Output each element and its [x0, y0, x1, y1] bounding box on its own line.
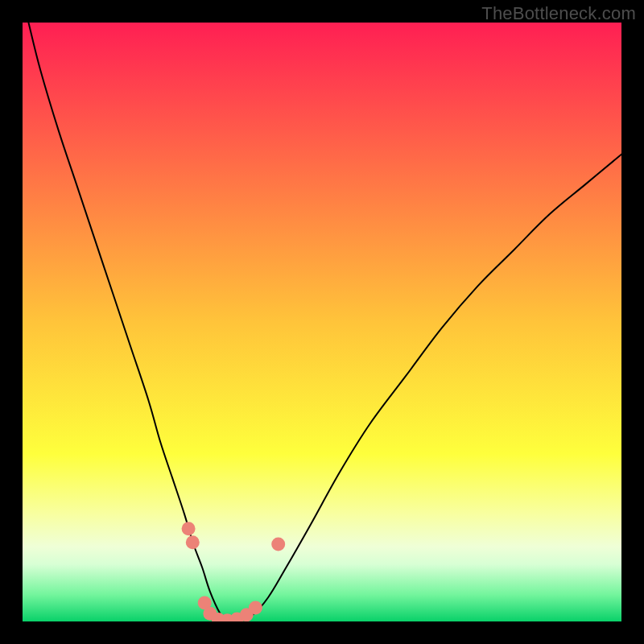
- plot-area: [23, 23, 621, 621]
- marker-point: [186, 535, 200, 549]
- chart-frame: TheBottleneck.com: [0, 0, 644, 644]
- watermark-text: TheBottleneck.com: [481, 3, 636, 24]
- chart-background: [23, 23, 621, 621]
- marker-point: [182, 522, 196, 535]
- marker-point: [271, 538, 285, 551]
- marker-point: [249, 601, 262, 614]
- bottleneck-chart: [23, 23, 621, 621]
